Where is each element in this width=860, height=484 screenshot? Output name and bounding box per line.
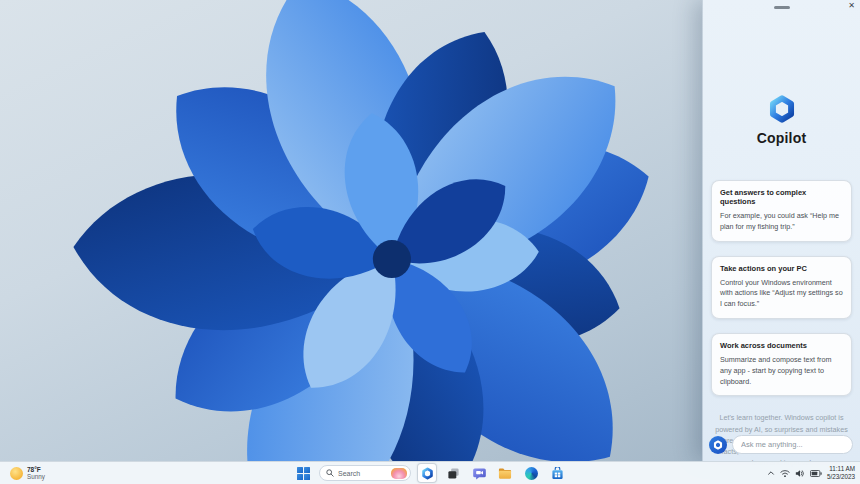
copilot-logo-icon — [703, 94, 860, 124]
copilot-brand: Copilot — [703, 94, 860, 146]
chat-input-row — [709, 435, 853, 454]
battery-icon[interactable] — [810, 470, 822, 477]
wifi-icon[interactable] — [780, 469, 790, 478]
card-body: For example, you could ask “Help me plan… — [720, 211, 843, 233]
taskbar-app-edge[interactable] — [521, 463, 541, 483]
edge-icon — [525, 467, 538, 480]
search-highlight-image — [391, 468, 407, 479]
suggestion-card-actions[interactable]: Take actions on your PC Control your Win… — [711, 256, 852, 319]
volume-icon[interactable] — [795, 469, 805, 478]
clock-time: 11:11 AM — [827, 465, 855, 473]
ask-me-anything-input[interactable] — [732, 435, 853, 454]
taskbar-search-box[interactable]: Search — [319, 465, 411, 481]
clock[interactable]: 11:11 AM 5/23/2023 — [827, 465, 855, 481]
clock-date: 5/23/2023 — [827, 473, 855, 481]
system-tray: 11:11 AM 5/23/2023 — [765, 462, 857, 484]
taskbar-center: Search — [0, 462, 860, 484]
panel-titlebar: ✕ — [703, 0, 860, 14]
close-icon[interactable]: ✕ — [848, 1, 855, 11]
suggestion-card-questions[interactable]: Get answers to complex questions For exa… — [711, 180, 852, 242]
taskbar-app-file-explorer[interactable] — [495, 463, 515, 483]
card-title: Get answers to complex questions — [720, 188, 843, 206]
copilot-taskbar-icon — [421, 467, 434, 480]
card-title: Take actions on your PC — [720, 264, 843, 273]
drag-handle[interactable] — [774, 6, 790, 9]
file-explorer-icon — [498, 467, 512, 480]
card-body: Control your Windows environment with ac… — [720, 278, 843, 310]
search-icon — [326, 469, 334, 477]
taskbar-app-task-view[interactable] — [443, 463, 463, 483]
card-body: Summarize and compose text from any app … — [720, 355, 843, 387]
suggestion-card-documents[interactable]: Work across documents Summarize and comp… — [711, 333, 852, 396]
copilot-avatar-icon — [709, 436, 727, 454]
suggestion-cards: Get answers to complex questions For exa… — [703, 180, 860, 396]
panel-title: Copilot — [703, 130, 860, 146]
taskbar-app-chat[interactable] — [469, 463, 489, 483]
copilot-panel: ✕ Copilot Get answers to complex questio… — [702, 0, 860, 461]
taskbar-app-microsoft-store[interactable] — [547, 463, 567, 483]
search-placeholder-text: Search — [338, 470, 387, 477]
taskbar-app-copilot[interactable] — [417, 463, 437, 483]
windows-start-icon — [297, 467, 310, 480]
chevron-up-icon[interactable] — [767, 469, 775, 477]
start-button[interactable] — [293, 463, 313, 483]
task-view-icon — [447, 467, 460, 480]
chat-icon — [473, 467, 486, 480]
card-title: Work across documents — [720, 341, 843, 350]
taskbar: 78°F Sunny Search — [0, 461, 860, 484]
microsoft-store-icon — [551, 467, 564, 480]
